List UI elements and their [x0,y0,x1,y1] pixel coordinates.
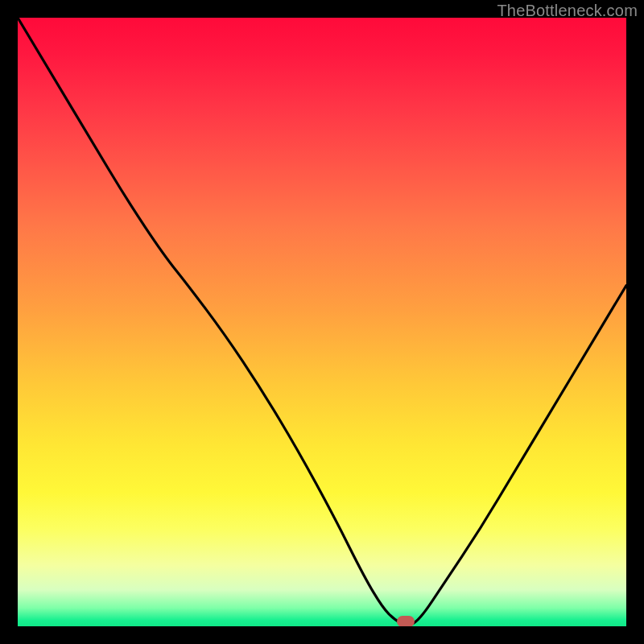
bottleneck-curve [18,18,626,626]
plot-area [18,18,626,626]
chart-frame: TheBottleneck.com [0,0,644,644]
watermark-text: TheBottleneck.com [497,2,638,20]
optimal-point-marker [397,616,415,626]
